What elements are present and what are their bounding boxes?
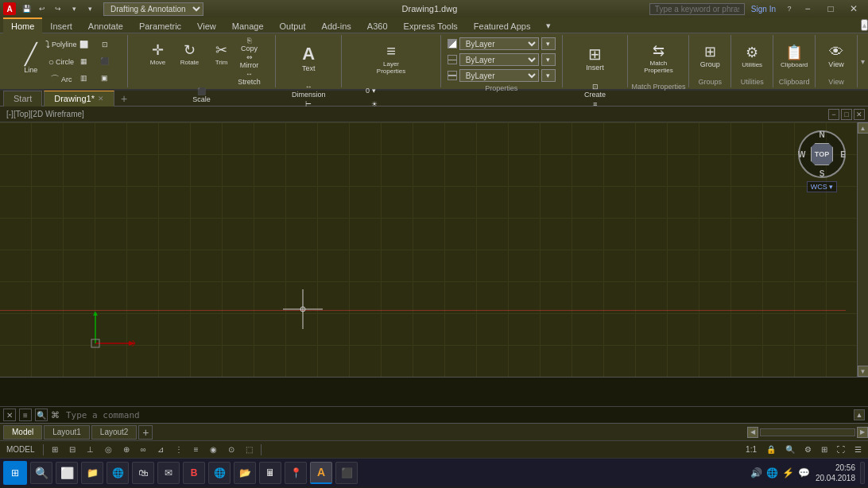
lineweight-dropdown[interactable]: ByLayer (459, 69, 539, 82)
lineweight-more-btn[interactable]: ▾ (541, 69, 556, 82)
cmd-search-btn[interactable]: 🔍 (35, 409, 48, 421)
tab-manage[interactable]: Manage (224, 17, 272, 33)
mirror-button[interactable]: ⇔ Mirror (238, 53, 261, 69)
dyn-btn[interactable]: ⋮ (172, 445, 186, 454)
scroll-track-x[interactable] (760, 428, 855, 436)
maximize-button[interactable]: □ (820, 1, 842, 17)
edge-btn[interactable]: 🌐 (107, 462, 129, 484)
file-tab-start[interactable]: Start (3, 91, 42, 107)
sign-in-button[interactable]: Sign In (751, 5, 776, 14)
layout-tab-layout2[interactable]: Layout2 (91, 425, 138, 440)
qa-redo[interactable]: ▾ (67, 2, 81, 15)
line-button[interactable]: ╱ Line (14, 37, 48, 81)
tab-insert[interactable]: Insert (42, 17, 80, 33)
view-cube[interactable]: N S W E TOP WCS ▾ (795, 130, 849, 202)
file-explorer2-btn[interactable]: 📂 (234, 462, 256, 484)
new-file-tab-button[interactable]: + (116, 91, 132, 107)
minimize-button[interactable]: − (796, 1, 819, 17)
dimension-button[interactable]: ↔ Dimension (297, 83, 320, 99)
volume-icon[interactable]: 🔊 (750, 467, 763, 479)
cmd-settings-btn[interactable]: ≡ (19, 409, 32, 421)
rect-button[interactable]: ⬜ (76, 37, 93, 52)
tab-home[interactable]: Home (3, 17, 42, 33)
calculator-btn[interactable]: 🖩 (259, 462, 281, 484)
workspace-selector[interactable]: Drafting & Annotation (103, 2, 203, 16)
compass-ring[interactable]: N S W E TOP (798, 130, 846, 178)
lock-btn[interactable]: 🔒 (763, 445, 779, 454)
view-cube-top-btn[interactable]: TOP (811, 143, 833, 165)
qa-new[interactable]: 💾 (19, 2, 33, 15)
taskview-btn[interactable]: ⬜ (56, 462, 78, 484)
wipeout-button[interactable]: ▣ (96, 70, 114, 86)
drawing1-close-icon[interactable]: ✕ (98, 95, 104, 103)
store-btn[interactable]: 🛍 (132, 462, 154, 484)
layer-properties-button[interactable]: ≡ Layer Properties (374, 37, 409, 81)
view-button[interactable]: 👁 View (819, 37, 854, 76)
viewport-label[interactable]: [-][Top][2D Wireframe] (3, 109, 87, 119)
network-icon[interactable]: 🌐 (766, 467, 779, 479)
cmd-scroll-up-btn[interactable]: ▲ (854, 409, 865, 420)
region-button[interactable]: ⬛ (96, 53, 114, 69)
scroll-left-btn[interactable]: ◀ (747, 427, 758, 438)
move-button[interactable]: ✛ Move (143, 37, 173, 72)
qa-undo[interactable]: ↪ (51, 2, 65, 15)
circle-button[interactable]: ○ Circle (50, 54, 72, 70)
lineweight-btn[interactable]: ≡ (191, 445, 202, 454)
tab-parametric[interactable]: Parametric (131, 17, 189, 33)
scroll-right-btn[interactable]: ▶ (857, 427, 868, 438)
scroll-up-btn[interactable]: ▲ (858, 122, 869, 134)
close-button[interactable]: ✕ (843, 1, 865, 17)
zoom-btn[interactable]: 🔍 (782, 445, 798, 454)
tab-addins[interactable]: Add-ins (314, 17, 359, 33)
command-input[interactable] (66, 410, 851, 420)
action-center-icon[interactable]: 💬 (798, 467, 811, 479)
mail-btn[interactable]: ✉ (157, 462, 180, 484)
viewport-canvas[interactable]: X Y (0, 122, 857, 377)
osnap-btn[interactable]: ⊕ (120, 445, 133, 454)
layout-tab-layout1[interactable]: Layout1 (44, 425, 90, 440)
ie-btn[interactable]: 🌐 (208, 462, 231, 484)
utilities-button[interactable]: ⚙ Utilities (734, 37, 769, 76)
qa-open[interactable]: ↩ (35, 2, 49, 15)
wcs-label[interactable]: WCS ▾ (807, 181, 838, 192)
add-layout-button[interactable]: + (138, 425, 153, 440)
match-props-button[interactable]: ⇆ Match Properties (641, 37, 676, 81)
otrack-btn[interactable]: ∞ (138, 445, 149, 454)
file-tab-drawing1[interactable]: Drawing1* ✕ (44, 91, 114, 107)
help-button[interactable]: ? (782, 2, 796, 15)
hatch-button[interactable]: ▦ (76, 53, 93, 69)
snap-btn[interactable]: ⊟ (66, 445, 79, 454)
group-button[interactable]: ⊞ Group (692, 37, 727, 76)
gradient-button[interactable]: ▥ (76, 70, 93, 86)
boundary-button[interactable]: ⊡ (96, 37, 114, 52)
layout-tab-model[interactable]: Model (3, 425, 42, 440)
linetype-more-btn[interactable]: ▾ (541, 53, 556, 66)
ortho-btn[interactable]: ⊥ (83, 445, 97, 454)
tab-output[interactable]: Output (272, 17, 314, 33)
viewport-close-btn[interactable]: ✕ (854, 109, 865, 120)
tab-annotate[interactable]: Annotate (80, 17, 131, 33)
cmd-close-btn[interactable]: ✕ (3, 409, 16, 421)
tab-view[interactable]: View (189, 17, 224, 33)
polyline-button[interactable]: ⤵ Polyline (50, 37, 72, 52)
stretch-button[interactable]: ↔ Stretch (238, 70, 261, 86)
insert-button[interactable]: ⊞ Insert (578, 37, 613, 81)
scale-button[interactable]: ⬛ Scale (191, 87, 213, 103)
viewport-minimize-btn[interactable]: − (828, 109, 839, 120)
copy-button[interactable]: ⎘ Copy (238, 37, 261, 52)
linetype-dropdown[interactable]: ByLayer (459, 53, 539, 66)
grid-btn[interactable]: ⊞ (48, 445, 61, 454)
viewport-maximize-btn[interactable]: □ (841, 109, 852, 120)
show-desktop-btn[interactable] (860, 462, 865, 484)
taskbar-autocad-app[interactable]: A (310, 462, 332, 484)
model-label[interactable]: MODEL (3, 445, 38, 454)
dynucs-btn[interactable]: ⊿ (154, 445, 167, 454)
arc-button[interactable]: ⌒ Arc (50, 72, 72, 87)
transparency-btn[interactable]: ◉ (207, 445, 220, 454)
tab-featured-apps[interactable]: Featured Apps (466, 17, 539, 33)
tab-express-tools[interactable]: Express Tools (396, 17, 466, 33)
layout-settings-btn[interactable]: ⊞ (818, 445, 831, 454)
trim-button[interactable]: ✂ Trim (207, 37, 237, 72)
create-block-btn[interactable]: ⊡ Create (584, 83, 606, 99)
maps-btn[interactable]: 📍 (285, 462, 307, 484)
